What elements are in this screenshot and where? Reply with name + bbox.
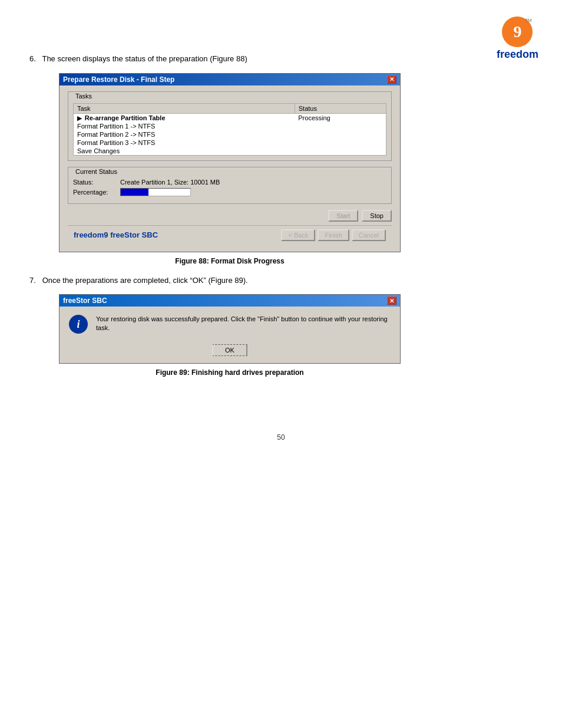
main-content: 6. The screen displays the status of the… [0,0,562,410]
dialog1-title: Prepare Restore Disk - Final Step [63,75,174,84]
dialog2: freeStor SBC ✕ i Your restoring disk was… [59,294,401,364]
current-status-label: Current Status [73,168,120,175]
dialog2-message: Your restoring disk was successfully pre… [96,315,391,333]
status-field-value: Create Partition 1, Size: 10001 MB [120,179,220,186]
table-row: Format Partition 2 -> NTFS [74,130,295,139]
dialog1-body: Tasks Task Status ▶ Re-arrange Partition… [59,85,400,252]
tasks-group: Tasks Task Status ▶ Re-arrange Partition… [68,91,392,161]
table-row: ▶ Re-arrange Partition Table [74,113,295,122]
dialog2-ok-row: OK [59,342,400,363]
figure89-caption: Figure 89: Finishing hard drives prepara… [59,368,401,377]
dialog2-titlebar: freeStor SBC ✕ [59,295,400,307]
table-status [295,122,386,130]
step7-text: 7. Once the preparations are completed, … [29,275,533,286]
figure88-caption: Figure 88: Format Disk Progress [59,257,401,265]
table-status [295,147,386,156]
tasks-table: Task Status ▶ Re-arrange Partition Table… [73,103,386,156]
dialog1: Prepare Restore Disk - Final Step ✕ Task… [59,73,401,252]
status-row: Status: Create Partition 1, Size: 10001 … [73,179,386,186]
tasks-group-label: Tasks [73,93,94,100]
dialog2-body: i Your restoring disk was successfully p… [59,307,400,342]
table-status [295,130,386,139]
percentage-row: Percentage: [73,188,386,196]
dialog2-title: freeStor SBC [63,297,107,305]
table-row: Format Partition 1 -> NTFS [74,122,295,130]
info-icon: i [69,315,88,334]
nav-buttons: < Back Finish Cancel [281,229,386,241]
progress-bar [120,188,191,196]
figure89-caption-text: Figure 89: Finishing hard drives prepara… [156,368,303,377]
finish-button[interactable]: Finish [318,229,349,241]
page-number: 50 [0,433,562,442]
start-button[interactable]: Start [328,210,358,222]
tasks-group-inner: Task Status ▶ Re-arrange Partition Table… [68,101,391,160]
col-task-header: Task [74,103,295,113]
table-status: Processing [295,113,386,122]
brand-text: freedom9 freeStor SBC [74,230,158,239]
table-status [295,139,386,147]
logo-letter: 9 [513,24,521,40]
progress-bar-fill [121,189,148,196]
dialog1-bottom: freedom9 freeStor SBC < Back Finish Canc… [68,225,392,243]
ok-button[interactable]: OK [212,344,247,356]
back-button[interactable]: < Back [281,229,315,241]
current-status-group: Current Status Status: Create Partition … [68,167,392,204]
table-row: Save Changes [74,147,295,156]
dialog1-titlebar: Prepare Restore Disk - Final Step ✕ [59,74,400,85]
status-group-inner: Status: Create Partition 1, Size: 10001 … [68,176,391,203]
dialog2-close-button[interactable]: ✕ [387,297,396,305]
percentage-label: Percentage: [73,189,120,196]
action-buttons-row: Start Stop [68,210,392,222]
figure88-caption-text: Figure 88: Format Disk Progress [175,257,284,265]
dialog1-close-button[interactable]: ✕ [387,75,396,84]
logo-word: freedom [497,48,538,61]
step6-text: 6. The screen displays the status of the… [29,53,533,65]
logo-tm: TM [525,18,532,23]
status-field-label: Status: [73,179,120,186]
logo-area: 9 TM freedom [497,17,538,61]
cancel-button[interactable]: Cancel [352,229,386,241]
col-status-header: Status [295,103,386,113]
logo-circle: 9 TM [502,17,533,47]
table-row: Format Partition 3 -> NTFS [74,139,295,147]
stop-button[interactable]: Stop [362,210,392,222]
